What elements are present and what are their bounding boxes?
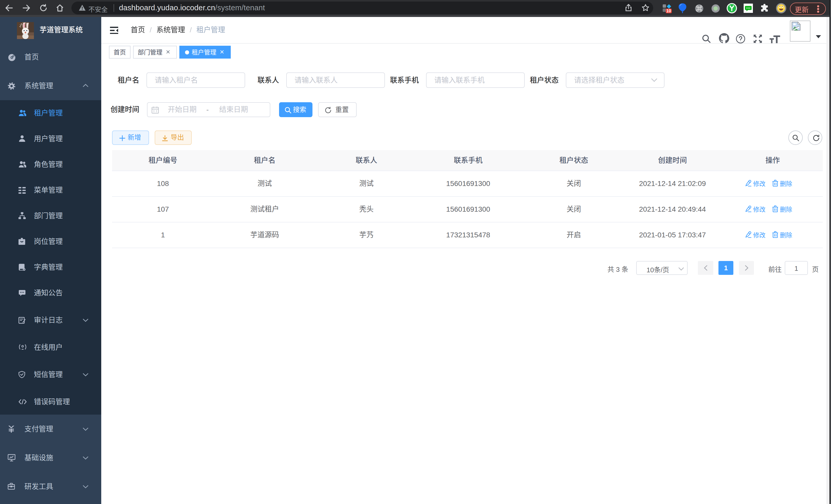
svg-text:10: 10 xyxy=(666,8,671,13)
